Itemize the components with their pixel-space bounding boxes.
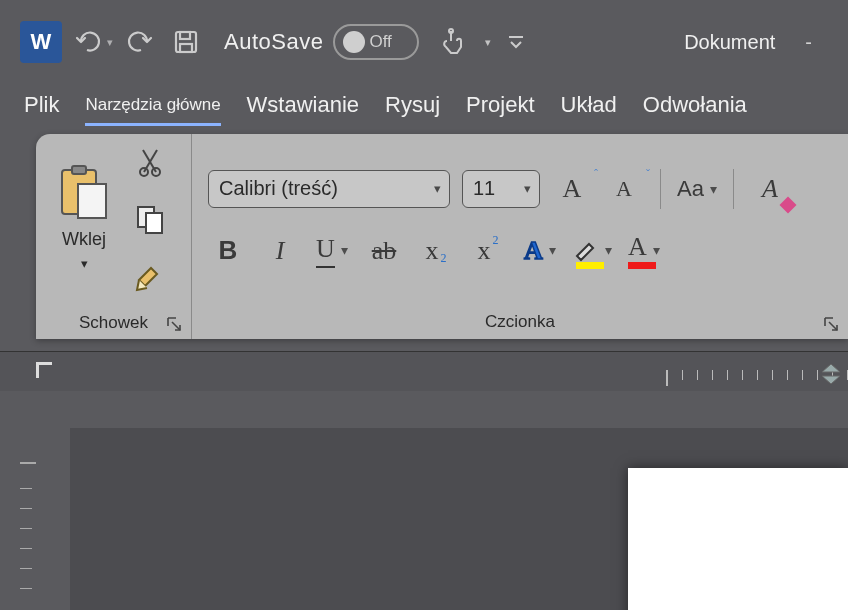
- page[interactable]: [628, 468, 848, 610]
- strikethrough-button[interactable]: ab: [364, 231, 404, 271]
- shrink-font-button[interactable]: Aˇ: [604, 169, 644, 209]
- separator: [733, 169, 734, 209]
- font-size-value: 11: [473, 177, 495, 200]
- document-canvas[interactable]: [70, 428, 848, 610]
- copy-button[interactable]: [132, 202, 168, 238]
- chevron-down-icon: ▾: [434, 181, 441, 196]
- separator: [660, 169, 661, 209]
- undo-button[interactable]: ▾: [72, 22, 116, 62]
- document-title: Dokument: [684, 31, 775, 54]
- svg-rect-10: [146, 213, 162, 233]
- autosave-label: AutoSave: [224, 29, 323, 55]
- font-name-value: Calibri (treść): [219, 177, 338, 200]
- format-painter-button[interactable]: [132, 259, 168, 295]
- redo-button[interactable]: [118, 22, 162, 62]
- title-bar: W ▾ AutoSave Off ▾: [0, 0, 848, 84]
- svg-marker-12: [822, 376, 840, 384]
- title-separator: -: [805, 31, 812, 54]
- horizontal-ruler[interactable]: [0, 351, 848, 391]
- ribbon-tabs: Plik Narzędzia główne Wstawianie Rysuj P…: [0, 84, 848, 126]
- subscript-button[interactable]: x2: [416, 231, 456, 271]
- highlight-button[interactable]: ▾: [572, 231, 612, 271]
- grow-font-button[interactable]: Aˆ: [552, 169, 592, 209]
- clear-formatting-button[interactable]: A: [750, 169, 790, 209]
- bold-button[interactable]: B: [208, 231, 248, 271]
- tab-references[interactable]: Odwołania: [643, 92, 747, 126]
- chevron-down-icon[interactable]: ▾: [653, 242, 660, 259]
- customize-qat-button[interactable]: [501, 22, 531, 62]
- tab-draw[interactable]: Rysuj: [385, 92, 440, 126]
- text-effects-button[interactable]: A ▾: [520, 231, 560, 271]
- underline-dropdown-icon[interactable]: ▾: [341, 242, 348, 259]
- svg-rect-1: [180, 32, 190, 39]
- tab-file[interactable]: Plik: [24, 92, 59, 126]
- svg-rect-2: [180, 44, 192, 52]
- group-clipboard: Wklej ▾: [36, 134, 192, 339]
- font-size-combo[interactable]: 11 ▾: [462, 170, 540, 208]
- svg-marker-11: [822, 364, 840, 372]
- cut-button[interactable]: [132, 145, 168, 181]
- group-font: Calibri (treść) ▾ 11 ▾ Aˆ Aˇ: [192, 134, 848, 339]
- clipboard-dialog-launcher[interactable]: [165, 315, 183, 333]
- autosave-toggle[interactable]: Off: [333, 24, 419, 60]
- clipboard-icon: [59, 169, 109, 223]
- highlight-color-swatch: [576, 262, 604, 269]
- font-name-combo[interactable]: Calibri (treść) ▾: [208, 170, 450, 208]
- toggle-knob: [343, 31, 365, 53]
- superscript-button[interactable]: x2: [468, 231, 508, 271]
- font-dialog-launcher[interactable]: [822, 315, 840, 333]
- underline-button[interactable]: U ▾: [312, 231, 352, 271]
- ribbon: Wklej ▾: [36, 134, 848, 339]
- chevron-down-icon[interactable]: ▾: [549, 242, 556, 259]
- chevron-down-icon[interactable]: ▾: [605, 242, 612, 259]
- paste-label: Wklej: [62, 229, 106, 250]
- autosave-state: Off: [369, 32, 391, 52]
- touch-mode-button[interactable]: [429, 22, 473, 62]
- undo-dropdown-icon[interactable]: ▾: [107, 36, 113, 49]
- save-button[interactable]: [164, 22, 208, 62]
- tab-design[interactable]: Projekt: [466, 92, 534, 126]
- vertical-ruler[interactable]: [20, 452, 44, 610]
- eraser-icon: [780, 196, 797, 213]
- chevron-down-icon: ▾: [524, 181, 531, 196]
- touch-dropdown-icon[interactable]: ▾: [485, 36, 491, 49]
- change-case-button[interactable]: Aa▾: [677, 169, 717, 209]
- tab-layout[interactable]: Układ: [561, 92, 617, 126]
- indent-marker[interactable]: [820, 362, 842, 393]
- font-group-label: Czcionka: [485, 312, 555, 332]
- tab-insert[interactable]: Wstawianie: [247, 92, 359, 126]
- tab-home[interactable]: Narzędzia główne: [85, 95, 220, 126]
- app-word-icon: W: [20, 21, 62, 63]
- font-color-swatch: [628, 262, 656, 269]
- font-color-button[interactable]: A ▾: [624, 231, 664, 271]
- clipboard-group-label: Schowek: [79, 313, 148, 333]
- paste-dropdown-icon[interactable]: ▾: [81, 256, 88, 271]
- ruler-corner-icon: [36, 362, 52, 378]
- italic-button[interactable]: I: [260, 231, 300, 271]
- paste-button[interactable]: Wklej ▾: [46, 169, 122, 271]
